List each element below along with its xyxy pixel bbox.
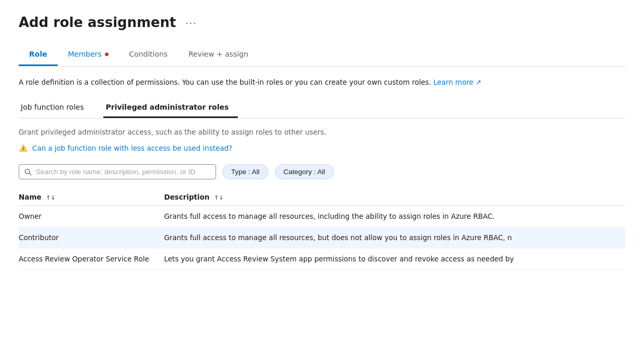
warning-text: Can a job function role with less access… (32, 144, 232, 152)
column-header-name: Name ↑↓ (19, 189, 164, 206)
members-notification-dot (105, 52, 109, 56)
table-row[interactable]: Owner Grants full access to manage all r… (19, 206, 625, 227)
svg-line-2 (29, 173, 31, 175)
tab-conditions[interactable]: Conditions (119, 45, 178, 66)
warning-icon: ! (19, 143, 28, 153)
column-header-description: Description ↑↓ (164, 189, 625, 206)
roles-table: Name ↑↓ Description ↑↓ Owner Grants full… (19, 189, 625, 270)
ellipsis-menu-button[interactable]: ··· (182, 16, 200, 30)
role-desc-contributor: Grants full access to manage all resourc… (164, 227, 625, 248)
subtab-privileged[interactable]: Privileged administrator roles (103, 99, 238, 118)
category-filter-button[interactable]: Category : All (275, 164, 334, 179)
name-sort-icon[interactable]: ↑↓ (46, 194, 55, 201)
warning-row: ! Can a job function role with less acce… (19, 143, 625, 153)
search-input-wrapper (19, 164, 216, 179)
table-row[interactable]: Contributor Grants full access to manage… (19, 227, 625, 248)
tab-members[interactable]: Members (58, 45, 119, 66)
search-input[interactable] (36, 168, 210, 176)
tab-bar: Role Members Conditions Review + assign (19, 45, 625, 67)
role-name-access-review: Access Review Operator Service Role (19, 248, 164, 270)
role-desc-owner: Grants full access to manage all resourc… (164, 206, 625, 227)
tab-role[interactable]: Role (19, 45, 58, 66)
learn-more-link[interactable]: Learn more ↗ (433, 78, 481, 86)
type-filter-button[interactable]: Type : All (222, 164, 269, 179)
search-filter-row: Type : All Category : All (19, 164, 625, 179)
page-title: Add role assignment (19, 15, 176, 30)
search-icon (24, 168, 32, 176)
table-row[interactable]: Access Review Operator Service Role Lets… (19, 248, 625, 270)
subtab-job-function[interactable]: Job function roles (19, 99, 93, 118)
svg-text:!: ! (22, 147, 24, 152)
role-name-contributor: Contributor (19, 227, 164, 248)
subtab-bar: Job function roles Privileged administra… (19, 99, 625, 119)
role-description: A role definition is a collection of per… (19, 77, 625, 87)
role-desc-access-review: Lets you grant Access Review System app … (164, 248, 625, 270)
role-name-owner: Owner (19, 206, 164, 227)
job-function-link[interactable]: Can a job function role with less access… (32, 144, 232, 152)
description-sort-icon[interactable]: ↑↓ (214, 194, 223, 201)
grant-text: Grant privileged administrator access, s… (19, 128, 625, 136)
tab-review-assign[interactable]: Review + assign (178, 45, 259, 66)
